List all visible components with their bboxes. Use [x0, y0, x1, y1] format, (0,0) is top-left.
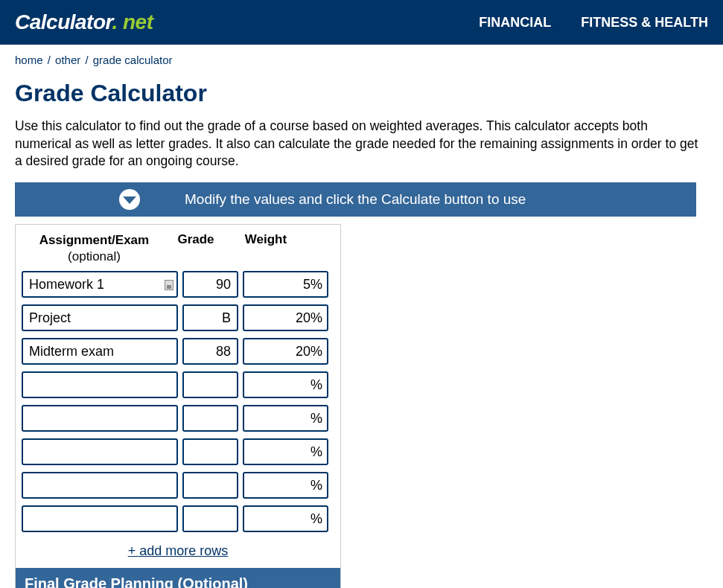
grade-input[interactable]: [182, 505, 238, 532]
table-header-row: Assignment/Exam (optional) Grade Weight: [22, 232, 334, 265]
assignment-input[interactable]: [22, 271, 178, 298]
weight-input-wrap: %: [243, 405, 328, 432]
table-row: %: [22, 405, 334, 432]
assignment-input[interactable]: [22, 505, 178, 532]
percent-symbol: %: [310, 277, 322, 293]
nav-fitness-health[interactable]: FITNESS & HEALTH: [581, 15, 708, 31]
percent-symbol: %: [310, 511, 322, 527]
breadcrumb-current[interactable]: grade calculator: [93, 54, 173, 66]
weight-input-wrap: %: [243, 505, 328, 532]
breadcrumb-other[interactable]: other: [55, 54, 80, 66]
header-assignment-text: Assignment/Exam: [39, 233, 149, 247]
weight-input-wrap: %: [243, 271, 328, 298]
weight-input[interactable]: [247, 440, 310, 464]
autofill-icon[interactable]: [165, 280, 173, 290]
weight-input[interactable]: [247, 373, 310, 397]
grade-input[interactable]: [182, 405, 238, 432]
page-content: home / other / grade calculator Grade Ca…: [0, 45, 723, 588]
assignment-input[interactable]: [22, 371, 178, 398]
weight-input-wrap: %: [243, 304, 328, 331]
top-nav: FINANCIAL FITNESS & HEALTH: [479, 15, 708, 31]
percent-symbol: %: [310, 344, 322, 359]
weight-input-wrap: %: [243, 472, 328, 499]
weight-input-wrap: %: [243, 438, 328, 465]
grade-input[interactable]: [182, 371, 238, 398]
intro-text: Use this calculator to find out the grad…: [15, 118, 700, 170]
percent-symbol: %: [310, 411, 322, 426]
percent-symbol: %: [310, 377, 322, 393]
header-weight: Weight: [225, 232, 307, 265]
page-title: Grade Calculator: [15, 80, 708, 107]
table-row: %: [22, 338, 334, 365]
logo-dot: .: [112, 10, 117, 33]
table-row: %: [22, 304, 334, 331]
table-row: %: [22, 438, 334, 465]
assignment-input[interactable]: [22, 472, 178, 499]
table-row: %: [22, 371, 334, 398]
grade-input[interactable]: [182, 338, 238, 365]
breadcrumb: home / other / grade calculator: [15, 54, 708, 66]
breadcrumb-sep: /: [85, 54, 88, 66]
weight-input[interactable]: [247, 507, 310, 531]
table-row: %: [22, 271, 334, 298]
instruction-text: Modify the values and click the Calculat…: [185, 191, 526, 208]
nav-financial[interactable]: FINANCIAL: [479, 15, 551, 31]
site-logo[interactable]: Calculator. net: [15, 10, 153, 34]
table-row: %: [22, 505, 334, 532]
breadcrumb-sep: /: [48, 54, 51, 66]
site-header: Calculator. net FINANCIAL FITNESS & HEAL…: [0, 0, 723, 45]
percent-symbol: %: [310, 444, 322, 460]
grade-input[interactable]: [182, 438, 238, 465]
percent-symbol: %: [310, 310, 322, 326]
header-optional-text: (optional): [22, 249, 167, 265]
weight-input[interactable]: [247, 473, 310, 497]
weight-input-wrap: %: [243, 371, 328, 398]
add-more-rows-wrap: + add more rows: [22, 539, 334, 568]
weight-input[interactable]: [247, 306, 310, 330]
breadcrumb-home[interactable]: home: [15, 54, 43, 66]
weight-input-wrap: %: [243, 338, 328, 365]
logo-suffix: net: [118, 10, 153, 33]
assignment-input[interactable]: [22, 338, 178, 365]
assignment-input[interactable]: [22, 438, 178, 465]
instruction-bar: Modify the values and click the Calculat…: [15, 182, 696, 217]
final-grade-planning-header: Final Grade Planning (Optional): [16, 568, 340, 588]
table-row: %: [22, 472, 334, 499]
weight-input[interactable]: [247, 272, 310, 296]
grade-input[interactable]: [182, 271, 238, 298]
grade-input[interactable]: [182, 472, 238, 499]
percent-symbol: %: [310, 478, 322, 493]
assignment-input[interactable]: [22, 405, 178, 432]
header-grade: Grade: [167, 232, 225, 265]
calculator-panel: Assignment/Exam (optional) Grade Weight …: [15, 224, 341, 588]
header-assignment: Assignment/Exam (optional): [22, 232, 167, 265]
weight-input[interactable]: [247, 339, 310, 363]
chevron-down-icon[interactable]: [119, 189, 140, 210]
logo-prefix: Calculator: [15, 10, 112, 33]
add-more-rows-link[interactable]: + add more rows: [128, 543, 229, 558]
assignment-input[interactable]: [22, 304, 178, 331]
grade-input[interactable]: [182, 304, 238, 331]
weight-input[interactable]: [247, 406, 310, 430]
